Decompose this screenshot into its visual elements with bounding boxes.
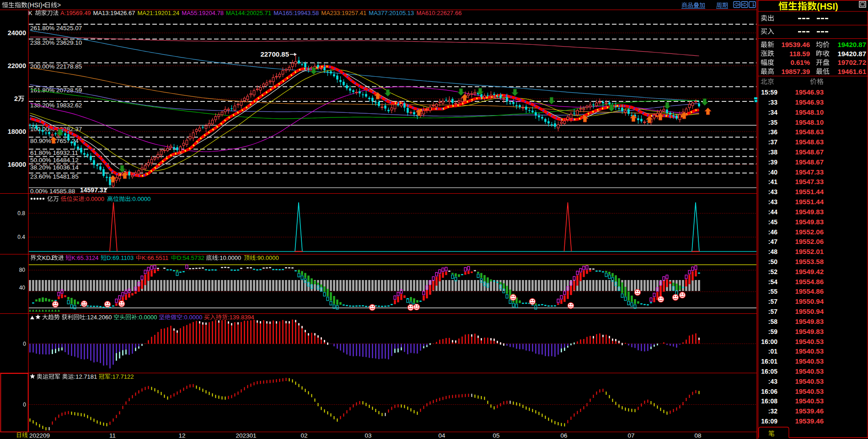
svg-text::124.2060: :124.2060 <box>86 314 112 321</box>
svg-text:19549.83: 19549.83 <box>795 328 824 335</box>
svg-text::36: :36 <box>768 128 777 136</box>
svg-text:16:08: 16:08 <box>761 397 777 405</box>
svg-text:D:69.1103: D:69.1103 <box>107 254 134 261</box>
svg-text::48: :48 <box>768 248 777 255</box>
svg-text:0.00% 14585.88: 0.00% 14585.88 <box>30 188 75 195</box>
svg-text:MA610:22627.66: MA610:22627.66 <box>416 10 461 16</box>
svg-text:K: K <box>28 10 32 16</box>
svg-text:19540.53: 19540.53 <box>795 347 824 355</box>
svg-text:MA144:20025.71: MA144:20025.71 <box>226 10 271 16</box>
svg-text::59: :59 <box>768 328 777 335</box>
svg-text:16:05: 16:05 <box>761 368 777 375</box>
svg-text::43: :43 <box>768 378 777 385</box>
svg-text:19539.46: 19539.46 <box>781 41 810 48</box>
svg-text::40: :40 <box>768 169 777 176</box>
svg-text::43: :43 <box>768 188 777 196</box>
svg-text:19540.53: 19540.53 <box>795 357 824 365</box>
svg-text::47: :47 <box>768 238 777 245</box>
svg-text:19552.06: 19552.06 <box>795 238 824 245</box>
svg-text:07: 07 <box>627 432 634 439</box>
svg-text:MA55:19204.78: MA55:19204.78 <box>182 10 224 16</box>
svg-text:15:59: 15:59 <box>761 89 777 96</box>
svg-text:0.4: 0.4 <box>17 234 25 240</box>
svg-text:16:09: 16:09 <box>761 418 777 425</box>
svg-text:19548.67: 19548.67 <box>795 148 824 156</box>
svg-text:MA13:19426.67: MA13:19426.67 <box>93 10 135 16</box>
svg-text:>: > <box>57 1 61 9</box>
svg-text:19702.72: 19702.72 <box>837 58 866 66</box>
svg-text:19549.83: 19549.83 <box>795 218 824 226</box>
svg-text::90.0000: :90.0000 <box>256 254 279 261</box>
svg-text::38: :38 <box>768 148 777 156</box>
svg-text::39: :39 <box>768 159 777 166</box>
svg-text:D:54.5732: D:54.5732 <box>177 254 204 261</box>
svg-text:(HSI): (HSI) <box>817 1 838 11</box>
svg-text::46: :46 <box>768 228 777 236</box>
svg-text:19551.44: 19551.44 <box>795 198 824 206</box>
svg-text::01: :01 <box>768 348 777 355</box>
svg-text::37: :37 <box>768 138 777 146</box>
svg-text:K:65.3124: K:65.3124 <box>71 254 98 261</box>
svg-text:11: 11 <box>109 432 116 439</box>
svg-text:19540.53: 19540.53 <box>795 377 824 385</box>
svg-text:19553.58: 19553.58 <box>795 258 824 265</box>
svg-text:19420.87: 19420.87 <box>837 50 866 58</box>
svg-text:04: 04 <box>438 432 445 439</box>
svg-text::41: :41 <box>768 178 777 185</box>
svg-text:202301: 202301 <box>236 432 256 439</box>
svg-text:19546.93: 19546.93 <box>795 88 824 96</box>
svg-text:80: 80 <box>19 267 26 273</box>
svg-text:19540.53: 19540.53 <box>795 367 824 375</box>
svg-text:0.61%: 0.61% <box>790 58 810 66</box>
svg-text::54: :54 <box>768 278 777 286</box>
svg-text::57: :57 <box>768 308 777 315</box>
svg-text:19548.67: 19548.67 <box>795 158 824 166</box>
svg-text:2: 2 <box>14 95 18 102</box>
svg-text:05: 05 <box>493 432 499 439</box>
svg-text:19550.94: 19550.94 <box>795 307 824 315</box>
svg-text:19552.06: 19552.06 <box>795 228 824 236</box>
svg-text::0.0000: :0.0000 <box>182 314 202 321</box>
svg-text::44: :44 <box>768 208 777 216</box>
svg-text:19554.86: 19554.86 <box>795 278 824 286</box>
svg-text:06: 06 <box>560 432 567 439</box>
svg-text:03: 03 <box>364 432 371 439</box>
svg-text::57: :57 <box>768 298 777 305</box>
svg-text::55: :55 <box>768 288 777 295</box>
svg-text:18000: 18000 <box>8 128 26 135</box>
svg-text::50: :50 <box>768 258 777 265</box>
svg-text:19540.53: 19540.53 <box>795 338 824 345</box>
svg-text::0.0000: :0.0000 <box>137 314 157 321</box>
svg-text:19548.10: 19548.10 <box>795 108 824 116</box>
svg-text:K:66.5511: K:66.5511 <box>142 254 168 261</box>
svg-text:19548.63: 19548.63 <box>795 128 824 136</box>
svg-text::34: :34 <box>768 109 777 116</box>
svg-text::12.7181: :12.7181 <box>74 373 97 380</box>
svg-text:19540.53: 19540.53 <box>795 397 824 405</box>
svg-text:19540.53: 19540.53 <box>795 387 824 395</box>
svg-text:19548.10: 19548.10 <box>795 118 824 126</box>
svg-text::45: :45 <box>768 218 777 226</box>
svg-text:19539.46: 19539.46 <box>795 417 824 425</box>
svg-text::58: :58 <box>768 318 777 325</box>
svg-text:40: 40 <box>19 285 26 291</box>
svg-text:22700.85: 22700.85 <box>260 50 289 58</box>
svg-text:19547.33: 19547.33 <box>795 168 824 176</box>
svg-text:50.00% 16484.12: 50.00% 16484.12 <box>30 157 79 164</box>
svg-text:14597.31: 14597.31 <box>80 186 107 194</box>
svg-text::33: :33 <box>768 99 777 106</box>
svg-text:202209: 202209 <box>29 432 50 439</box>
svg-text:19857.39: 19857.39 <box>781 68 810 75</box>
svg-text:19548.63: 19548.63 <box>795 138 824 146</box>
svg-text:19554.86: 19554.86 <box>795 287 824 295</box>
svg-text::10.0000: :10.0000 <box>218 254 241 261</box>
svg-text:19549.83: 19549.83 <box>795 208 824 216</box>
svg-text:KDJ: KDJ <box>42 254 54 261</box>
svg-text:118.59: 118.59 <box>789 50 810 58</box>
svg-text::139.8394: :139.8394 <box>228 314 254 321</box>
svg-text:MA377:20105.13: MA377:20105.13 <box>369 10 414 16</box>
svg-text:16000: 16000 <box>8 161 26 168</box>
svg-text:238.20% 23629.10: 238.20% 23629.10 <box>30 39 82 46</box>
svg-text:0: 0 <box>23 341 26 347</box>
svg-text::17.7122: :17.7122 <box>111 373 134 380</box>
